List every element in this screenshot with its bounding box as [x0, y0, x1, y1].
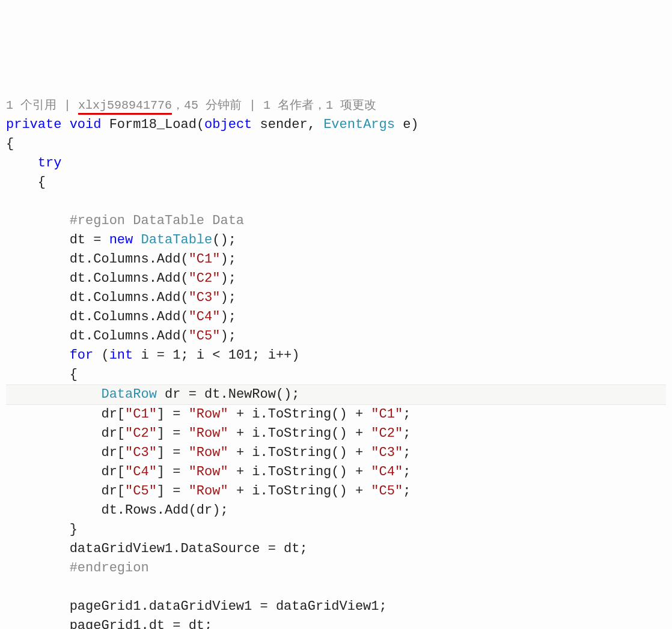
string-literal: "Row" [189, 464, 228, 479]
string-literal: "C1" [371, 407, 403, 422]
code-line[interactable] [6, 194, 14, 209]
code-line[interactable]: dt.Columns.Add("C4"); [6, 309, 236, 324]
code-line[interactable]: #endregion [6, 561, 149, 576]
code-text: dt.Columns.Add( [70, 252, 189, 267]
string-literal: "Row" [189, 407, 228, 422]
code-line[interactable]: { [6, 175, 46, 190]
code-text: ); [220, 309, 236, 324]
code-text: dr[ [101, 426, 125, 441]
string-literal: "C4" [189, 309, 221, 324]
code-line[interactable]: dt = new DataTable(); [6, 232, 236, 248]
code-text: ] = [157, 426, 189, 441]
code-line[interactable]: for (int i = 1; i < 101; i++) [6, 348, 300, 363]
codelens-when: ，45 分钟前 [172, 99, 242, 112]
keyword-for: for [70, 348, 94, 363]
string-literal: "C2" [125, 426, 157, 441]
brace-close: } [70, 522, 78, 537]
code-line[interactable]: dt.Columns.Add("C1"); [6, 252, 236, 267]
code-text: ); [220, 329, 236, 344]
codelens-authors[interactable]: 1 名作者，1 项更改 [263, 99, 376, 112]
param-e: e [403, 117, 411, 132]
code-text: ); [220, 290, 236, 305]
codelens-sep: | [57, 99, 78, 112]
code-line[interactable]: { [6, 367, 78, 382]
code-text: ] = [157, 407, 189, 422]
code-line[interactable]: private void Form18_Load(object sender, … [6, 117, 419, 132]
code-line[interactable]: dr["C2"] = "Row" + i.ToString() + "C2"; [6, 426, 411, 441]
code-line[interactable]: dt.Columns.Add("C2"); [6, 271, 236, 286]
string-literal: "Row" [189, 426, 228, 441]
code-text: i = 1; i < 101; i++) [133, 348, 299, 363]
string-literal: "Row" [189, 445, 228, 460]
code-text: ); [220, 271, 236, 286]
code-line[interactable]: dr["C5"] = "Row" + i.ToString() + "C5"; [6, 484, 411, 499]
code-line[interactable]: dt.Columns.Add("C3"); [6, 290, 236, 305]
keyword-private: private [6, 117, 61, 132]
type-eventargs: EventArgs [323, 117, 395, 132]
string-literal: "C2" [189, 271, 221, 286]
code-text: + i.ToString() + [228, 407, 371, 422]
code-line[interactable]: pageGrid1.dt = dt; [6, 618, 212, 629]
code-text: ); [220, 252, 236, 267]
code-text: dt.Columns.Add( [70, 271, 189, 286]
code-text: ] = [157, 445, 189, 460]
code-text: dt = [70, 232, 109, 248]
brace-open: { [70, 367, 78, 382]
code-text: + i.ToString() + [228, 484, 371, 499]
string-literal: "C3" [125, 445, 157, 460]
region-directive: #region DataTable Data [70, 213, 244, 228]
string-literal: "C2" [371, 426, 403, 441]
keyword-void: void [70, 117, 102, 132]
code-line[interactable]: pageGrid1.dataGridView1 = dataGridView1; [6, 599, 387, 614]
code-line[interactable] [6, 580, 14, 595]
code-line[interactable]: dataGridView1.DataSource = dt; [6, 541, 308, 556]
string-literal: "C5" [371, 484, 403, 499]
endregion-directive: #endregion [70, 561, 149, 576]
code-text: dr[ [101, 445, 125, 460]
codelens-references[interactable]: 1 个引用 [6, 99, 57, 112]
string-literal: "C4" [125, 464, 157, 479]
string-literal: "Row" [189, 484, 228, 499]
string-literal: "C1" [189, 252, 221, 267]
code-text: ; [403, 464, 411, 479]
type-datatable: DataTable [141, 232, 212, 248]
codelens-bar[interactable]: 1 个引用 | xlxj598941776，45 分钟前 | 1 名作者，1 项… [6, 99, 376, 115]
code-text: dt.Columns.Add( [70, 329, 189, 344]
code-editor[interactable]: 1 个引用 | xlxj598941776，45 分钟前 | 1 名作者，1 项… [0, 77, 672, 629]
keyword-int: int [109, 348, 133, 363]
code-line-highlighted[interactable]: DataRow dr = dt.NewRow(); [6, 384, 666, 405]
string-literal: "C4" [371, 464, 403, 479]
code-text: + i.ToString() + [228, 445, 371, 460]
code-line[interactable]: #region DataTable Data [6, 213, 244, 228]
code-text: dataGridView1.DataSource = dt; [70, 541, 308, 556]
code-line[interactable]: } [6, 522, 78, 537]
string-literal: "C1" [125, 407, 157, 422]
code-text: dt.Columns.Add( [70, 309, 189, 324]
keyword-object: object [204, 117, 252, 132]
code-text: dt.Rows.Add(dr); [101, 503, 228, 518]
code-line[interactable]: dr["C1"] = "Row" + i.ToString() + "C1"; [6, 407, 411, 422]
codelens-sep: | [242, 99, 263, 112]
keyword-try: try [38, 156, 62, 171]
code-line[interactable]: dr["C4"] = "Row" + i.ToString() + "C4"; [6, 464, 411, 479]
codelens-author[interactable]: xlxj598941776 [78, 99, 172, 115]
code-text: dr[ [101, 484, 125, 499]
code-line[interactable]: { [6, 136, 14, 151]
code-text: ; [403, 407, 411, 422]
code-text: ; [403, 484, 411, 499]
code-text: + i.ToString() + [228, 464, 371, 479]
code-line[interactable]: try [6, 156, 61, 171]
code-line[interactable]: dt.Columns.Add("C5"); [6, 329, 236, 344]
string-literal: "C3" [189, 290, 221, 305]
string-literal: "C5" [125, 484, 157, 499]
code-text: ] = [157, 464, 189, 479]
brace-open: { [38, 175, 46, 190]
code-line[interactable]: dt.Rows.Add(dr); [6, 503, 228, 518]
param-sender: sender [260, 117, 308, 132]
code-text: + i.ToString() + [228, 426, 371, 441]
code-line[interactable]: dr["C3"] = "Row" + i.ToString() + "C3"; [6, 445, 411, 460]
method-name: Form18_Load [109, 117, 197, 132]
code-text: dr = dt.NewRow(); [157, 387, 300, 402]
code-text: pageGrid1.dt = dt; [70, 618, 213, 629]
keyword-new: new [109, 232, 133, 248]
